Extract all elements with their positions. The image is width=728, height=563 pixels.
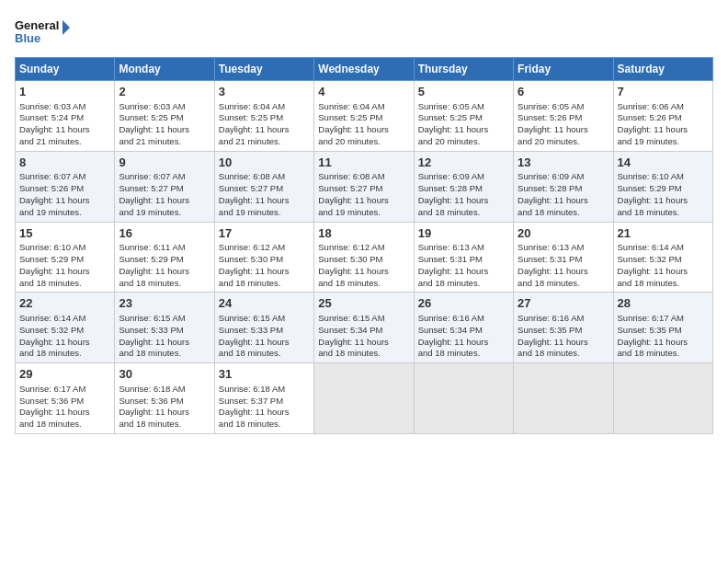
sunset: Sunset: 5:33 PM bbox=[119, 325, 183, 335]
day-number: 23 bbox=[119, 295, 210, 312]
sunrise: Sunrise: 6:07 AM bbox=[119, 171, 185, 181]
day-number: 1 bbox=[19, 84, 110, 100]
day-cell: 2Sunrise: 6:03 AMSunset: 5:25 PMDaylight… bbox=[115, 81, 214, 152]
daylight-hours: Daylight: 11 hours bbox=[418, 337, 489, 347]
sunset: Sunset: 5:30 PM bbox=[219, 254, 283, 264]
daylight-hours: Daylight: 11 hours bbox=[618, 195, 688, 205]
sunrise: Sunrise: 6:14 AM bbox=[19, 313, 85, 323]
logo: General Blue bbox=[15, 15, 70, 52]
sunset: Sunset: 5:25 PM bbox=[219, 112, 283, 122]
col-header-sunday: Sunday bbox=[16, 58, 115, 81]
daylight-minutes: and 19 minutes. bbox=[19, 207, 82, 217]
daylight-minutes: and 18 minutes. bbox=[418, 207, 481, 217]
day-number: 21 bbox=[618, 225, 709, 242]
day-cell: 25Sunrise: 6:15 AMSunset: 5:34 PMDayligh… bbox=[314, 293, 414, 363]
daylight-minutes: and 18 minutes. bbox=[119, 419, 181, 429]
day-cell: 4Sunrise: 6:04 AMSunset: 5:25 PMDaylight… bbox=[314, 81, 414, 152]
daylight-minutes: and 18 minutes. bbox=[518, 278, 580, 288]
daylight-minutes: and 18 minutes. bbox=[318, 278, 381, 288]
sunrise: Sunrise: 6:09 AM bbox=[418, 171, 484, 181]
sunrise: Sunrise: 6:15 AM bbox=[219, 313, 285, 323]
col-header-wednesday: Wednesday bbox=[314, 58, 414, 81]
day-cell: 28Sunrise: 6:17 AMSunset: 5:35 PMDayligh… bbox=[613, 293, 712, 363]
daylight-minutes: and 19 minutes. bbox=[618, 136, 680, 146]
day-cell: 7Sunrise: 6:06 AMSunset: 5:26 PMDaylight… bbox=[613, 81, 712, 152]
daylight-minutes: and 18 minutes. bbox=[618, 348, 680, 358]
day-cell: 9Sunrise: 6:07 AMSunset: 5:27 PMDaylight… bbox=[115, 151, 214, 222]
sunset: Sunset: 5:34 PM bbox=[418, 325, 483, 335]
svg-marker-2 bbox=[63, 20, 70, 35]
day-cell: 3Sunrise: 6:04 AMSunset: 5:25 PMDaylight… bbox=[214, 81, 313, 152]
week-row-2: 8Sunrise: 6:07 AMSunset: 5:26 PMDaylight… bbox=[16, 151, 713, 222]
daylight-hours: Daylight: 11 hours bbox=[618, 337, 688, 347]
daylight-minutes: and 21 minutes. bbox=[19, 136, 82, 146]
daylight-hours: Daylight: 11 hours bbox=[219, 337, 290, 347]
sunset: Sunset: 5:31 PM bbox=[418, 254, 483, 264]
sunset: Sunset: 5:36 PM bbox=[119, 396, 183, 406]
sunrise: Sunrise: 6:12 AM bbox=[219, 242, 285, 252]
day-cell: 17Sunrise: 6:12 AMSunset: 5:30 PMDayligh… bbox=[214, 222, 313, 293]
sunset: Sunset: 5:27 PM bbox=[219, 183, 283, 193]
daylight-minutes: and 19 minutes. bbox=[219, 207, 281, 217]
daylight-minutes: and 18 minutes. bbox=[418, 278, 481, 288]
day-cell: 8Sunrise: 6:07 AMSunset: 5:26 PMDaylight… bbox=[16, 151, 115, 222]
sunrise: Sunrise: 6:15 AM bbox=[119, 313, 185, 323]
sunset: Sunset: 5:32 PM bbox=[618, 254, 682, 264]
sunrise: Sunrise: 6:05 AM bbox=[518, 101, 584, 111]
day-number: 6 bbox=[518, 84, 609, 100]
daylight-minutes: and 18 minutes. bbox=[219, 419, 281, 429]
day-number: 28 bbox=[618, 295, 709, 312]
daylight-minutes: and 20 minutes. bbox=[318, 136, 381, 146]
day-cell: 30Sunrise: 6:18 AMSunset: 5:36 PMDayligh… bbox=[115, 363, 214, 434]
daylight-hours: Daylight: 11 hours bbox=[518, 195, 588, 205]
daylight-minutes: and 18 minutes. bbox=[618, 207, 680, 217]
day-number: 14 bbox=[618, 155, 709, 171]
day-cell: 1Sunrise: 6:03 AMSunset: 5:24 PMDaylight… bbox=[16, 81, 115, 152]
sunrise: Sunrise: 6:13 AM bbox=[418, 242, 484, 252]
daylight-minutes: and 18 minutes. bbox=[219, 278, 281, 288]
day-cell: 11Sunrise: 6:08 AMSunset: 5:27 PMDayligh… bbox=[314, 151, 414, 222]
day-number: 12 bbox=[418, 155, 509, 171]
daylight-hours: Daylight: 11 hours bbox=[518, 337, 588, 347]
daylight-hours: Daylight: 11 hours bbox=[318, 195, 389, 205]
daylight-hours: Daylight: 11 hours bbox=[219, 124, 290, 134]
day-cell: 10Sunrise: 6:08 AMSunset: 5:27 PMDayligh… bbox=[214, 151, 313, 222]
logo-svg: General Blue bbox=[15, 15, 70, 52]
daylight-hours: Daylight: 11 hours bbox=[19, 266, 90, 276]
sunset: Sunset: 5:25 PM bbox=[418, 112, 483, 122]
sunset: Sunset: 5:30 PM bbox=[318, 254, 382, 264]
day-cell: 6Sunrise: 6:05 AMSunset: 5:26 PMDaylight… bbox=[514, 81, 613, 152]
day-number: 24 bbox=[219, 295, 310, 312]
daylight-minutes: and 18 minutes. bbox=[19, 278, 82, 288]
daylight-hours: Daylight: 11 hours bbox=[119, 195, 189, 205]
day-cell: 22Sunrise: 6:14 AMSunset: 5:32 PMDayligh… bbox=[16, 293, 115, 363]
sunrise: Sunrise: 6:13 AM bbox=[518, 242, 584, 252]
day-number: 16 bbox=[119, 225, 210, 242]
day-number: 29 bbox=[19, 366, 110, 383]
sunrise: Sunrise: 6:08 AM bbox=[219, 171, 285, 181]
day-number: 26 bbox=[418, 295, 509, 312]
day-cell bbox=[613, 363, 712, 434]
daylight-hours: Daylight: 11 hours bbox=[418, 195, 489, 205]
daylight-hours: Daylight: 11 hours bbox=[119, 407, 189, 417]
daylight-hours: Daylight: 11 hours bbox=[618, 266, 688, 276]
sunrise: Sunrise: 6:15 AM bbox=[318, 313, 384, 323]
day-number: 30 bbox=[119, 366, 210, 383]
daylight-hours: Daylight: 11 hours bbox=[318, 266, 389, 276]
sunrise: Sunrise: 6:06 AM bbox=[618, 101, 684, 111]
day-cell: 21Sunrise: 6:14 AMSunset: 5:32 PMDayligh… bbox=[613, 222, 712, 293]
day-number: 4 bbox=[318, 84, 409, 100]
daylight-minutes: and 18 minutes. bbox=[119, 348, 181, 358]
sunrise: Sunrise: 6:04 AM bbox=[219, 101, 285, 111]
day-number: 7 bbox=[618, 84, 709, 100]
daylight-minutes: and 18 minutes. bbox=[119, 278, 181, 288]
sunrise: Sunrise: 6:16 AM bbox=[418, 313, 484, 323]
daylight-hours: Daylight: 11 hours bbox=[119, 124, 189, 134]
sunset: Sunset: 5:35 PM bbox=[518, 325, 582, 335]
daylight-minutes: and 18 minutes. bbox=[19, 419, 82, 429]
sunrise: Sunrise: 6:03 AM bbox=[19, 101, 85, 111]
day-number: 15 bbox=[19, 225, 110, 242]
calendar-table: SundayMondayTuesdayWednesdayThursdayFrid… bbox=[15, 57, 713, 434]
sunrise: Sunrise: 6:10 AM bbox=[19, 242, 85, 252]
daylight-minutes: and 18 minutes. bbox=[219, 348, 281, 358]
